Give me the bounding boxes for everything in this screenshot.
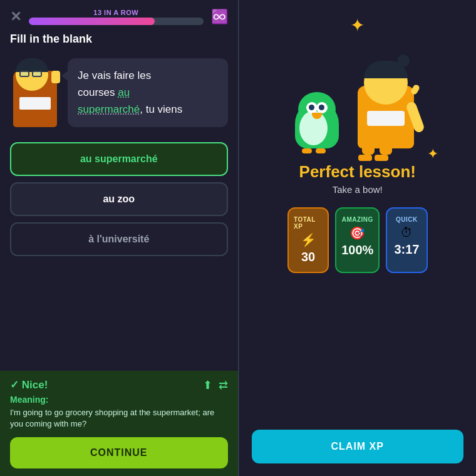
- claim-xp-button[interactable]: CLAIM XP: [252, 430, 464, 463]
- feedback-bar: ✓ Nice! ⬆ ⇄ Meaning: I'm going to go gro…: [0, 371, 238, 476]
- stat-value-amazing: 100%: [341, 243, 373, 257]
- heart-icon: ♾️: [211, 9, 228, 25]
- sparkle-side-icon: ✦: [427, 146, 438, 162]
- rc-bun: [397, 54, 410, 67]
- char-hair: [16, 58, 48, 72]
- speech-line2-plain: courses: [78, 86, 118, 98]
- char-glasses: [19, 71, 44, 77]
- rc-foot-left: [358, 155, 372, 161]
- speech-line3-highlight: supermarché: [78, 103, 140, 115]
- instruction-title: Fill in the blank: [0, 30, 238, 53]
- stat-value-quick: 3:17: [394, 242, 419, 257]
- rc-foot-right: [375, 155, 388, 161]
- top-bar: ✕ 13 IN A ROW ♾️: [0, 0, 238, 30]
- speech-line2-highlight: au: [118, 86, 130, 98]
- stat-icon-xp: ⚡: [301, 232, 316, 247]
- stats-row: TOTAL XP ⚡ 30 AMAZING 🎯 100% QUICK ⏱ 3:1…: [275, 207, 440, 273]
- char-thumb: [51, 71, 60, 83]
- rc-leg-right: [380, 146, 392, 155]
- stat-card-xp: TOTAL XP ⚡ 30: [287, 207, 329, 273]
- choices-area: au supermarché au zoo à l'université: [0, 137, 238, 261]
- take-bow-subtitle: Take a bow!: [333, 184, 383, 195]
- speech-line3-plain: , tu viens: [140, 103, 182, 115]
- stat-value-xp: 30: [301, 250, 315, 264]
- owl-foot-right: [316, 148, 326, 153]
- meaning-label: Meaning:: [10, 395, 228, 405]
- rc-leg-left: [362, 146, 375, 155]
- woman-character: [348, 48, 423, 148]
- close-button[interactable]: ✕: [10, 10, 21, 24]
- owl-foot-left: [302, 148, 312, 153]
- feedback-icons: ⬆ ⇄: [203, 378, 228, 392]
- rc-feet: [358, 155, 388, 161]
- character-left: [10, 58, 60, 127]
- stat-label-xp: TOTAL XP: [294, 216, 323, 230]
- stat-card-quick: QUICK ⏱ 3:17: [386, 207, 427, 273]
- stat-icon-quick: ⏱: [400, 225, 413, 240]
- right-panel: ✦: [239, 0, 477, 476]
- meaning-text: I'm going to go grocery shopping at the …: [10, 407, 228, 430]
- owl-feet: [302, 148, 326, 153]
- speech-bubble: Je vais faire les courses au supermarché…: [68, 58, 228, 127]
- progress-container: 13 IN A ROW: [29, 9, 204, 25]
- continue-button[interactable]: CONTINUE: [10, 437, 228, 468]
- progress-bar-bg: [29, 18, 204, 25]
- celebration-characters: [292, 48, 423, 148]
- left-panel: ✕ 13 IN A ROW ♾️ Fill in the blank Je va…: [0, 0, 238, 476]
- owl-pupil-right: [319, 105, 324, 110]
- speech-line1: Je vais faire les: [78, 70, 151, 81]
- char-shirt: [19, 97, 51, 110]
- rc-legs: [362, 146, 392, 155]
- perfect-lesson-title: Perfect lesson!: [299, 162, 416, 182]
- flag-icon[interactable]: ⇄: [219, 378, 228, 392]
- exercise-area: Je vais faire les courses au supermarché…: [0, 53, 238, 137]
- sparkle-top-icon: ✦: [350, 15, 365, 36]
- progress-bar-fill: [29, 18, 155, 25]
- streak-label: 13 IN A ROW: [93, 9, 138, 16]
- rc-shirt: [367, 111, 405, 126]
- feedback-nice-label: ✓ Nice!: [10, 378, 48, 391]
- stat-icon-amazing: 🎯: [349, 225, 365, 241]
- owl-eye-right: [316, 102, 328, 113]
- share-icon[interactable]: ⬆: [203, 378, 212, 392]
- owl-character: [292, 86, 342, 148]
- choice-button-1[interactable]: au zoo: [10, 182, 228, 216]
- speech-text: Je vais faire les courses au supermarché…: [78, 67, 218, 118]
- owl-pupil-left: [309, 105, 314, 110]
- stat-card-amazing: AMAZING 🎯 100%: [335, 207, 380, 273]
- choice-button-2[interactable]: à l'université: [10, 222, 228, 256]
- stat-label-quick: QUICK: [396, 216, 418, 223]
- stat-label-amazing: AMAZING: [342, 216, 373, 223]
- feedback-header: ✓ Nice! ⬆ ⇄: [10, 378, 228, 392]
- choice-button-0[interactable]: au supermarché: [10, 142, 228, 176]
